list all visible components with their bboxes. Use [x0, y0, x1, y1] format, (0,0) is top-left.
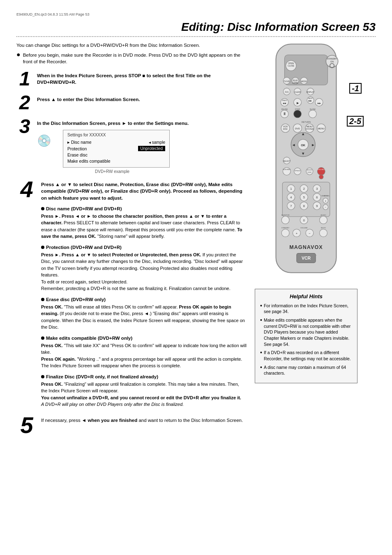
- svg-text:TV/VID: TV/VID: [284, 81, 290, 83]
- step-4-main-text: Press ▲ or ▼ to select Disc name, Protec…: [41, 178, 247, 201]
- section-finalize-body: Press OK. "Finalizing" will appear until…: [41, 381, 247, 408]
- main-layout: You can change Disc settings for a DVD+R…: [16, 42, 376, 441]
- svg-text:MENU: MENU: [318, 127, 325, 130]
- svg-text:0: 0: [303, 219, 305, 222]
- remote-svg: STANDBY ON OPEN/ CLOSE TV/VID PLAY GMBK: [263, 42, 349, 279]
- svg-text:STANDBY: STANDBY: [281, 227, 290, 229]
- intro-bullet: ● Before you begin, make sure the Record…: [16, 52, 247, 65]
- svg-text:7: 7: [290, 204, 292, 208]
- step-4-row: 4 Press ▲ or ▼ to select Disc name, Prot…: [16, 178, 247, 409]
- step-3-row: 3 In the Disc Information Screen, press …: [16, 117, 247, 174]
- svg-text:1: 1: [290, 187, 292, 191]
- page-wrapper: E9490UD_EN.qx3 04.8.3 11:55 AM Page 53 E…: [0, 0, 392, 555]
- intro-text: You can change Disc settings for a DVD+R…: [16, 42, 247, 48]
- svg-point-39: [309, 110, 316, 118]
- svg-text:DISC: DISC: [283, 128, 288, 130]
- settings-protection-row: Protection Unprotected: [67, 146, 165, 151]
- svg-text:VCR REC: VCR REC: [283, 168, 291, 170]
- step-1-text: When in the Index Picture Screen, press …: [37, 69, 247, 85]
- svg-text:PREV: PREV: [282, 99, 287, 101]
- svg-text:GMBK: GMBK: [293, 82, 299, 84]
- section-protection-body: Press ►. Press ▲ or ▼ to select Protecte…: [41, 251, 247, 292]
- section-makecompat-body: Press OK. "This will take XX" and "Press…: [41, 342, 247, 369]
- svg-text:OPEN/: OPEN/: [288, 62, 294, 64]
- section-disc-name-heading: Disc name (DVD+RW and DVD+R): [41, 206, 247, 211]
- svg-text:▶▶: ▶▶: [309, 100, 312, 102]
- settings-erase-row: Erase disc: [67, 152, 165, 157]
- step-3-number: 3: [16, 117, 33, 136]
- hint-4: • A disc name may contain a maximum of 6…: [260, 364, 352, 376]
- svg-text:MENU: MENU: [307, 125, 313, 128]
- section-erase-heading: Erase disc (DVD+RW only): [41, 297, 247, 302]
- section-makecompat-heading: Make edits compatible (DVD+RW only): [41, 336, 247, 341]
- svg-point-99: [320, 216, 327, 224]
- step-2-row: 2 Press ▲ to enter the Disc Information …: [16, 93, 247, 113]
- settings-box: Settings for XXXXXX ▸ Disc name ◂ sample…: [63, 130, 170, 168]
- svg-text:MAGNAVOX: MAGNAVOX: [289, 244, 323, 250]
- svg-text:DVD: DVD: [295, 127, 300, 130]
- svg-text:■: ■: [296, 113, 298, 117]
- page-title: Editing: Disc Information Screen 53: [16, 21, 376, 37]
- svg-text:SPEED: SPEED: [295, 170, 300, 172]
- svg-text:ON: ON: [330, 60, 334, 63]
- svg-text:DISP: DISP: [308, 171, 312, 173]
- helpful-hints-title: Helpful Hints: [260, 293, 352, 299]
- step-3-text: In the Disc Information Screen, press ► …: [37, 117, 189, 127]
- left-content: You can change Disc settings for a DVD+R…: [16, 42, 247, 441]
- svg-text:SYSTEM: SYSTEM: [306, 128, 314, 130]
- hint-bullet-3: •: [260, 350, 262, 355]
- svg-text:DVD REC: DVD REC: [317, 168, 325, 170]
- svg-text:VOLUME: VOLUME: [300, 227, 308, 229]
- svg-text:8: 8: [303, 204, 305, 208]
- svg-text:STANDBY: STANDBY: [327, 58, 337, 60]
- settings-makecompat-row: Make edits compatible: [67, 159, 165, 164]
- svg-text:NEXT: NEXT: [308, 97, 313, 99]
- step-2-text: Press ▲ to enter the Disc Information Sc…: [37, 93, 140, 103]
- step-5-row: 5 If necessary, press ◄ when you are fin…: [16, 414, 247, 437]
- svg-text:2: 2: [303, 187, 305, 191]
- svg-text:OK: OK: [301, 143, 306, 147]
- svg-point-69: [319, 175, 324, 179]
- svg-point-95: [281, 216, 289, 224]
- svg-text:►: ►: [311, 143, 315, 147]
- hint-3: • If a DVD+R was recorded on a different…: [260, 350, 352, 362]
- hint-bullet-1: •: [260, 303, 262, 309]
- svg-text:▼: ▼: [301, 151, 305, 156]
- svg-text:3: 3: [316, 187, 318, 191]
- svg-text:5: 5: [303, 196, 305, 199]
- svg-text:6: 6: [316, 196, 318, 199]
- svg-text:▶▶: ▶▶: [318, 102, 321, 104]
- svg-text:−: −: [309, 232, 310, 235]
- step-4-number: 4: [16, 178, 37, 201]
- svg-text:⏸: ⏸: [283, 112, 286, 116]
- svg-text:AUDIO: AUDIO: [321, 214, 326, 216]
- svg-text:◄: ◄: [292, 143, 295, 147]
- svg-point-103: [281, 229, 289, 237]
- svg-text:SELECT: SELECT: [283, 160, 291, 162]
- svg-text:CLEAR: CLEAR: [294, 91, 301, 93]
- section-finalize-heading: Finalize Disc (DVD+R only, if not finali…: [41, 374, 247, 379]
- step-1-row: 1 When in the Index Picture Screen, pres…: [16, 69, 247, 89]
- step-4-content: Press ▲ or ▼ to select Disc name, Protec…: [41, 178, 247, 409]
- settings-box-title: Settings for XXXXXX: [67, 133, 165, 137]
- hint-2: • Make edits compatible appears when the…: [260, 317, 352, 347]
- settings-box-caption: DVD+RW example: [55, 169, 170, 174]
- section-bullet-icon: [41, 207, 44, 210]
- remote-step-1-badge: -1: [349, 83, 362, 94]
- hint-1: • For information on the Index Picture S…: [260, 303, 352, 315]
- helpful-hints-box: Helpful Hints • For information on the I…: [255, 289, 357, 384]
- section-bullet-icon-3: [41, 298, 44, 301]
- remote-container: STANDBY ON OPEN/ CLOSE TV/VID PLAY GMBK: [263, 42, 349, 281]
- meta-line: E9490UD_EN.qx3 04.8.3 11:55 AM Page 53: [16, 12, 376, 16]
- hint-bullet-4: •: [260, 364, 262, 370]
- svg-text:CHANNEL: CHANNEL: [321, 195, 330, 197]
- svg-text:−: −: [325, 206, 326, 209]
- svg-text:CLOSE: CLOSE: [288, 65, 294, 67]
- right-content: STANDBY ON OPEN/ CLOSE TV/VID PLAY GMBK: [255, 42, 357, 441]
- step-5-text: If necessary, press ◄ when you are finis…: [41, 414, 243, 424]
- step-1-number: 1: [16, 69, 33, 89]
- remote-step-25-badge: 2-5: [347, 116, 364, 127]
- section-disc-name-body: Press ►. Press ◄ or ► to choose the char…: [41, 213, 247, 240]
- section-bullet-icon-2: [41, 246, 44, 249]
- svg-text:+: +: [315, 253, 317, 258]
